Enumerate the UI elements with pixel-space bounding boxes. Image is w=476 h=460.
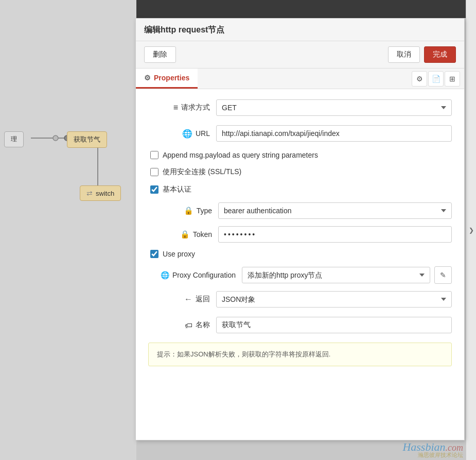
type-select[interactable]: bearer authentication basic authenticati…	[218, 202, 452, 219]
tab-properties[interactable]: ⚙ Properties	[136, 69, 198, 89]
proxy-config-row: 🌐 Proxy Configuration 添加新的http proxy节点 ✎	[161, 266, 452, 284]
token-row: 🔒 Token	[161, 226, 452, 243]
cancel-button[interactable]: 取消	[388, 46, 420, 63]
url-label: 🌐 URL	[148, 129, 210, 139]
append-query-checkbox[interactable]	[150, 151, 158, 159]
type-row: 🔒 Type bearer authentication basic authe…	[161, 202, 452, 219]
ssl-row: 使用安全连接 (SSL/TLS)	[148, 167, 452, 177]
return-label: ← 返回	[148, 295, 210, 304]
node-fetch[interactable]: 获取节气	[67, 131, 107, 148]
dialog-toolbar: 删除 取消 完成	[136, 41, 464, 69]
request-method-text: 请求方式	[181, 103, 210, 112]
dialog-tabs: ⚙ Properties ⚙ 📄 ⊞	[136, 69, 464, 89]
dialog: 编辑http request节点 删除 取消 完成 ⚙ Properties ⚙…	[135, 18, 465, 440]
proxy-config-label-text: Proxy Configuration	[172, 271, 236, 279]
node-fetch-label: 获取节气	[74, 135, 100, 143]
return-row: ← 返回 JSON对象 文本 二进制缓冲	[148, 291, 452, 308]
watermark-subtitle: 瀚思彼岸技术论坛	[418, 451, 463, 459]
arrow-left-icon: ←	[184, 295, 192, 304]
basic-auth-checkbox[interactable]	[150, 185, 158, 194]
use-proxy-row: Use proxy	[148, 250, 452, 258]
tab-action-book[interactable]: 📄	[428, 71, 444, 87]
switch-icon: ⇄	[86, 189, 93, 197]
request-method-row: ≡ 请求方式 GET POST PUT DELETE	[148, 99, 452, 116]
proxy-edit-button[interactable]: ✎	[434, 266, 452, 284]
tab-action-gear[interactable]: ⚙	[412, 71, 427, 87]
use-proxy-label[interactable]: Use proxy	[163, 250, 195, 258]
delete-button[interactable]: 删除	[144, 46, 176, 63]
name-input[interactable]	[216, 317, 452, 333]
name-label: 🏷 名称	[148, 320, 210, 330]
dialog-header: 编辑http request节点	[136, 19, 464, 41]
gear-icon: ⚙	[144, 74, 151, 82]
done-button[interactable]: 完成	[424, 46, 456, 63]
request-method-select[interactable]: GET POST PUT DELETE	[216, 99, 452, 116]
return-label-text: 返回	[196, 295, 210, 304]
type-label: 🔒 Type	[161, 206, 212, 215]
right-panel: ❯	[466, 0, 476, 460]
lock-icon: 🔒	[180, 230, 190, 239]
globe-icon-proxy: 🌐	[161, 271, 169, 279]
tag-icon: 🏷	[185, 321, 192, 330]
proxy-config-label: 🌐 Proxy Configuration	[161, 271, 236, 279]
name-label-text: 名称	[196, 320, 210, 330]
hint-box: 提示：如果JSON解析失败，则获取的字符串将按原样返回.	[148, 343, 452, 366]
flow-connectors	[0, 0, 136, 460]
dialog-body: ≡ 请求方式 GET POST PUT DELETE 🌐 URL Append …	[136, 89, 464, 377]
basic-auth-label[interactable]: 基本认证	[163, 185, 191, 194]
node-process-label: 理	[11, 135, 17, 143]
dialog-title: 编辑http request节点	[144, 25, 224, 34]
ssl-checkbox[interactable]	[150, 168, 158, 176]
append-query-row: Append msg.payload as query string param…	[148, 151, 452, 159]
token-input[interactable]	[218, 226, 452, 243]
canvas-area: 理 获取节气 ⇄ switch	[0, 0, 136, 460]
basic-auth-row: 基本认证	[148, 185, 452, 194]
url-row: 🌐 URL	[148, 125, 452, 142]
globe-icon: 🌐	[182, 129, 192, 139]
token-label-text: Token	[193, 230, 212, 238]
proxy-section: 🌐 Proxy Configuration 添加新的http proxy节点 ✎	[161, 266, 452, 284]
list-icon: ≡	[173, 103, 178, 112]
type-label-text: Type	[197, 207, 212, 215]
node-process[interactable]: 理	[4, 131, 24, 147]
tab-properties-label: Properties	[154, 74, 189, 82]
tab-action-grid[interactable]: ⊞	[445, 71, 460, 87]
node-switch[interactable]: ⇄ switch	[80, 185, 121, 201]
name-row: 🏷 名称	[148, 317, 452, 333]
url-label-text: URL	[196, 129, 210, 138]
use-proxy-checkbox[interactable]	[150, 250, 158, 258]
svg-point-2	[53, 135, 58, 141]
node-switch-label: switch	[96, 190, 114, 197]
append-query-label[interactable]: Append msg.payload as query string param…	[163, 151, 318, 159]
proxy-config-select[interactable]: 添加新的http proxy节点	[242, 267, 430, 283]
auth-section: 🔒 Type bearer authentication basic authe…	[161, 202, 452, 243]
right-panel-chevron: ❯	[469, 227, 474, 234]
ssl-label[interactable]: 使用安全连接 (SSL/TLS)	[163, 167, 241, 177]
token-label: 🔒 Token	[161, 230, 212, 239]
return-select[interactable]: JSON对象 文本 二进制缓冲	[216, 291, 452, 308]
url-input[interactable]	[216, 125, 452, 142]
tab-actions: ⚙ 📄 ⊞	[412, 71, 464, 87]
proxy-row: 添加新的http proxy节点 ✎	[242, 266, 452, 284]
hint-text: 提示：如果JSON解析失败，则获取的字符串将按原样返回.	[157, 350, 330, 358]
shield-icon: 🔒	[184, 206, 193, 215]
request-method-label: ≡ 请求方式	[148, 103, 210, 112]
